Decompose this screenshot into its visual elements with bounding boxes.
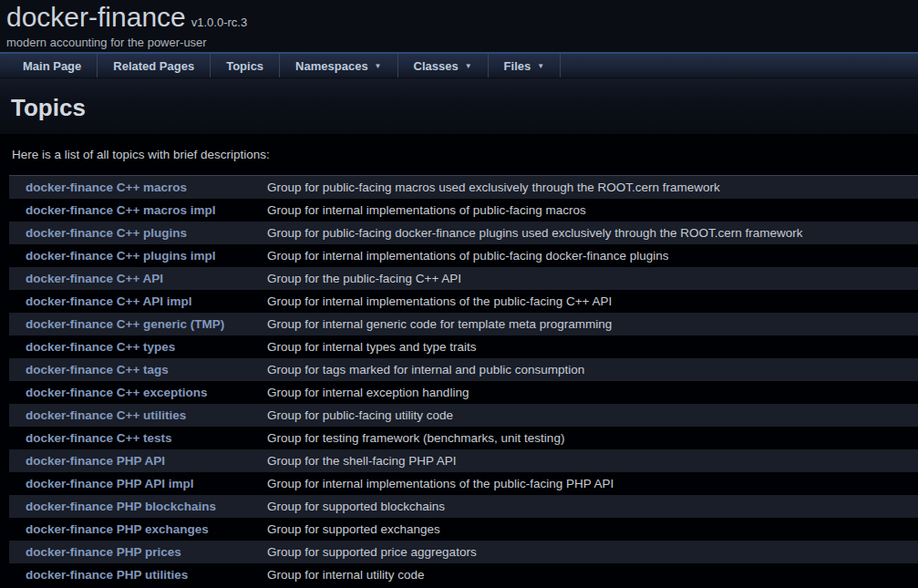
table-row: docker-finance PHP API impl Group for in… <box>9 472 918 495</box>
topic-entry: docker-finance PHP blockchains <box>9 495 267 518</box>
topic-entry: docker-finance PHP exchanges <box>9 518 267 541</box>
topic-description: Group for internal implementations of th… <box>267 290 918 313</box>
topic-link[interactable]: docker-finance PHP API <box>26 454 165 468</box>
topic-entry: docker-finance C++ API <box>9 267 267 290</box>
topic-description: Group for public-facing utility code <box>267 404 918 427</box>
table-row: docker-finance PHP API Group for the she… <box>9 449 918 472</box>
topic-entry: docker-finance PHP API <box>9 449 267 472</box>
topic-link[interactable]: docker-finance C++ generic (TMP) <box>26 317 224 331</box>
table-row: docker-finance C++ generic (TMP) Group f… <box>9 313 918 335</box>
table-row: docker-finance C++ plugins impl Group fo… <box>9 244 918 267</box>
table-row: docker-finance C++ exceptions Group for … <box>9 381 918 404</box>
topic-entry: docker-finance C++ generic (TMP) <box>9 313 267 335</box>
table-row: docker-finance PHP exchanges Group for s… <box>9 518 918 541</box>
topic-link[interactable]: docker-finance PHP exchanges <box>26 522 209 536</box>
topic-entry: docker-finance C++ API impl <box>9 290 267 313</box>
project-version: v1.0.0-rc.3 <box>191 15 247 29</box>
tab-label: Related Pages <box>113 59 194 73</box>
chevron-down-icon: ▼ <box>537 62 544 70</box>
topic-entry: docker-finance PHP utilities <box>9 563 267 586</box>
topic-link[interactable]: docker-finance PHP API impl <box>26 477 194 490</box>
topic-entry: docker-finance C++ macros <box>9 176 267 199</box>
topic-entry: docker-finance C++ macros impl <box>9 199 267 222</box>
topic-description: Group for internal implementations of pu… <box>267 199 918 222</box>
topic-entry: docker-finance C++ types <box>9 335 267 358</box>
topic-entry: docker-finance C++ plugins impl <box>9 244 267 267</box>
table-row: docker-finance C++ plugins Group for pub… <box>9 222 918 244</box>
topic-description: Group for supported price aggregators <box>267 541 918 563</box>
topic-description: Group for internal utility code <box>267 563 918 586</box>
tab-label: Topics <box>226 59 263 73</box>
title-area: docker-financev1.0.0-rc.3 modern account… <box>0 0 918 52</box>
topic-description: Group for supported exchanges <box>267 518 918 541</box>
tab-related-pages[interactable]: Related Pages <box>98 54 211 77</box>
topic-link[interactable]: docker-finance PHP utilities <box>26 568 188 582</box>
topic-description: Group for the shell-facing PHP API <box>267 449 918 472</box>
chevron-down-icon: ▼ <box>375 62 382 70</box>
topic-link[interactable]: docker-finance C++ plugins <box>26 226 187 240</box>
table-row: docker-finance C++ macros impl Group for… <box>9 199 918 222</box>
tab-files[interactable]: Files ▼ <box>489 54 562 77</box>
table-row: docker-finance PHP utilities Group for i… <box>9 563 918 586</box>
table-row: docker-finance PHP prices Group for supp… <box>9 541 918 563</box>
table-row: docker-finance C++ types Group for inter… <box>9 335 918 358</box>
page-title: Topics <box>11 94 918 122</box>
topic-link[interactable]: docker-finance C++ API impl <box>26 294 192 308</box>
topic-entry: docker-finance PHP prices <box>9 541 267 563</box>
tab-label: Main Page <box>23 59 81 73</box>
tab-label: Files <box>504 59 531 73</box>
project-brief: modern accounting for the power-user <box>6 36 918 49</box>
table-row: docker-finance C++ tags Group for tags m… <box>9 358 918 381</box>
project-name: docker-finance <box>6 2 186 32</box>
topic-description: Group for public-facing docker-finance p… <box>267 222 918 244</box>
table-row: docker-finance PHP blockchains Group for… <box>9 495 918 518</box>
topic-description: Group for the public-facing C++ API <box>267 267 918 290</box>
topic-link[interactable]: docker-finance C++ plugins impl <box>26 249 216 263</box>
topic-description: Group for supported blockchains <box>267 495 918 518</box>
topic-entry: docker-finance C++ tags <box>9 358 267 381</box>
topic-description: Group for internal implementations of pu… <box>267 244 918 267</box>
topic-link[interactable]: docker-finance C++ exceptions <box>26 386 208 399</box>
tab-classes[interactable]: Classes ▼ <box>398 54 489 77</box>
topic-link[interactable]: docker-finance C++ utilities <box>26 408 186 422</box>
topic-link[interactable]: docker-finance C++ macros <box>26 181 187 194</box>
topic-link[interactable]: docker-finance C++ tests <box>26 431 172 445</box>
topic-entry: docker-finance C++ exceptions <box>9 381 267 404</box>
table-row: docker-finance C++ utilities Group for p… <box>9 404 918 427</box>
chevron-down-icon: ▼ <box>465 62 472 70</box>
tab-main-page[interactable]: Main Page <box>7 54 98 77</box>
topic-description: Group for public-facing macros used excl… <box>267 176 918 199</box>
topic-description: Group for testing framework (benchmarks,… <box>267 427 918 449</box>
intro-text: Here is a list of all topics with brief … <box>12 148 918 161</box>
topic-link[interactable]: docker-finance C++ types <box>26 340 175 354</box>
main-nav: Main Page Related Pages Topics Namespace… <box>0 52 918 78</box>
page-header: Topics <box>0 78 918 134</box>
topic-link[interactable]: docker-finance C++ API <box>26 272 163 285</box>
topic-link[interactable]: docker-finance PHP prices <box>26 545 181 559</box>
topic-link[interactable]: docker-finance PHP blockchains <box>26 500 216 513</box>
topic-entry: docker-finance PHP API impl <box>9 472 267 495</box>
topic-description: Group for internal implementations of th… <box>267 472 918 495</box>
topic-description: Group for internal exception handling <box>267 381 918 404</box>
table-row: docker-finance C++ macros Group for publ… <box>9 176 918 199</box>
topic-description: Group for internal generic code for temp… <box>267 313 918 335</box>
tab-topics[interactable]: Topics <box>211 54 280 77</box>
tab-label: Namespaces <box>295 59 368 73</box>
topic-description: Group for internal types and type traits <box>267 335 918 358</box>
topic-link[interactable]: docker-finance C++ macros impl <box>26 203 216 217</box>
topic-link[interactable]: docker-finance C++ tags <box>26 363 169 377</box>
topic-entry: docker-finance C++ utilities <box>9 404 267 427</box>
table-row: docker-finance C++ tests Group for testi… <box>9 427 918 449</box>
contents: Here is a list of all topics with brief … <box>0 134 918 586</box>
topic-entry: docker-finance C++ tests <box>9 427 267 449</box>
tab-label: Classes <box>414 59 459 73</box>
tab-namespaces[interactable]: Namespaces ▼ <box>280 54 397 77</box>
table-row: docker-finance C++ API impl Group for in… <box>9 290 918 313</box>
topic-description: Group for tags marked for internal and p… <box>267 358 918 381</box>
table-row: docker-finance C++ API Group for the pub… <box>9 267 918 290</box>
topic-entry: docker-finance C++ plugins <box>9 222 267 244</box>
topics-table: docker-finance C++ macros Group for publ… <box>9 175 918 586</box>
